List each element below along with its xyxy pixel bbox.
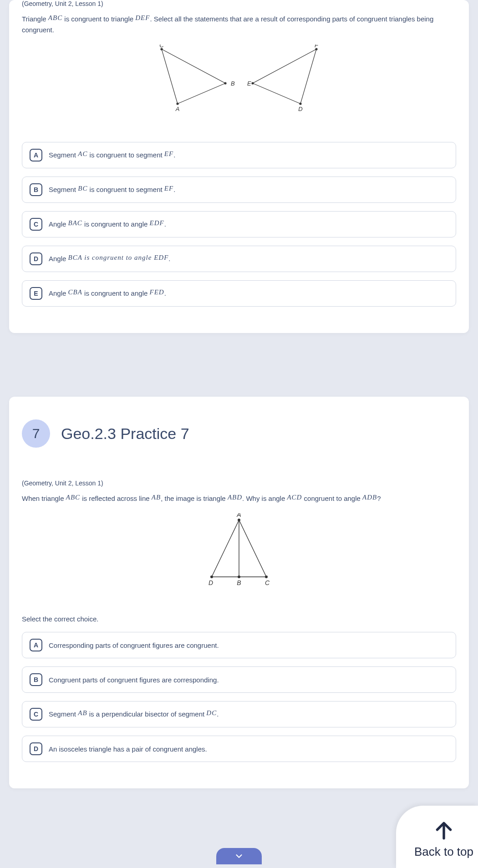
text: is congruent to angle: [82, 254, 154, 261]
choice-text: Angle BCA is congruent to angle EDF.: [49, 255, 171, 263]
chevron-down-icon: [234, 851, 244, 852]
text: When triangle: [22, 495, 66, 502]
choice-letter: C: [30, 218, 42, 231]
arrow-up-icon: [432, 819, 455, 842]
text: .: [173, 151, 175, 159]
label-C: C: [265, 579, 270, 586]
math-var: AB: [152, 494, 161, 501]
text: Triangle: [22, 15, 48, 23]
text: is congruent to triangle: [62, 15, 135, 23]
text: is congruent to angle: [82, 220, 150, 228]
text: is congruent to angle: [82, 289, 150, 297]
text: .: [168, 255, 170, 262]
label-D: D: [208, 579, 213, 586]
choice-text: Angle CBA is congruent to angle FED.: [49, 289, 166, 298]
label-D: D: [298, 106, 302, 112]
choice-text: Segment BC is congruent to segment EF.: [49, 186, 175, 194]
choice-text: Corresponding parts of congruent figures…: [49, 641, 219, 649]
svg-point-12: [210, 575, 213, 578]
text: Angle: [49, 220, 68, 228]
text: is a perpendicular bisector of segment: [87, 710, 207, 718]
label-B: B: [231, 80, 235, 87]
choice-letter: E: [30, 287, 42, 300]
question-6-prompt: Triangle ABC is congruent to triangle DE…: [22, 14, 456, 35]
math-var: DEF: [135, 14, 150, 21]
math-var: EF: [164, 150, 173, 157]
math-var: ABD: [228, 494, 242, 501]
svg-marker-0: [162, 49, 225, 104]
text: , the image is triangle: [161, 495, 228, 502]
math-var: ADB: [362, 494, 377, 501]
text: Segment: [49, 186, 78, 193]
choice-letter: B: [30, 183, 42, 196]
text: is congruent to segment: [87, 151, 164, 159]
math-var: DC: [206, 709, 217, 717]
choice-text: An isosceles triangle has a pair of cong…: [49, 745, 207, 753]
math-var: BCA: [68, 254, 82, 261]
choice-letter: A: [30, 149, 42, 161]
choice-B[interactable]: B Congruent parts of congruent figures a…: [22, 666, 456, 693]
triangle-diagram-q7: A D B C: [22, 513, 456, 592]
lesson-ref: (Geometry, Unit 2, Lesson 1): [22, 479, 456, 487]
label-B: B: [237, 579, 241, 586]
svg-point-10: [238, 519, 240, 521]
text: .: [173, 186, 175, 193]
choice-text: Angle BAC is congruent to angle EDF.: [49, 220, 166, 228]
choice-A[interactable]: A Segment AC is congruent to segment EF.: [22, 142, 456, 168]
text: . Why is angle: [242, 495, 287, 502]
math-var: EF: [164, 185, 173, 192]
math-var: AB: [78, 709, 87, 717]
label-A: A: [236, 513, 241, 518]
math-var: BC: [78, 185, 87, 192]
text: Segment: [49, 151, 78, 159]
choice-A[interactable]: A Corresponding parts of congruent figur…: [22, 632, 456, 658]
choice-D[interactable]: D Angle BCA is congruent to angle EDF.: [22, 246, 456, 272]
choice-letter: D: [30, 252, 42, 265]
text: is congruent to segment: [87, 186, 164, 193]
label-C: C: [159, 45, 164, 49]
question-7-card: 7 Geo.2.3 Practice 7 (Geometry, Unit 2, …: [9, 397, 469, 788]
math-var: ABC: [48, 14, 62, 21]
text: Angle: [49, 289, 68, 297]
svg-point-11: [265, 575, 268, 578]
choice-B[interactable]: B Segment BC is congruent to segment EF.: [22, 177, 456, 203]
svg-point-13: [238, 575, 240, 578]
math-var: AC: [78, 150, 87, 157]
choice-C[interactable]: C Angle BAC is congruent to angle EDF.: [22, 211, 456, 237]
label-F: F: [315, 45, 319, 49]
label-A: A: [175, 106, 180, 112]
choice-E[interactable]: E Angle CBA is congruent to angle FED.: [22, 280, 456, 307]
text: .: [164, 289, 166, 297]
question-title: Geo.2.3 Practice 7: [61, 425, 189, 443]
label-E: E: [247, 80, 251, 87]
text: ?: [377, 495, 381, 502]
math-var: ACD: [287, 494, 302, 501]
choice-letter: D: [30, 742, 42, 755]
question-number: 7: [22, 419, 50, 448]
svg-point-7: [300, 103, 301, 105]
choice-letter: A: [30, 639, 42, 651]
math-var: FED: [150, 288, 164, 296]
bottom-toggle[interactable]: [216, 848, 262, 852]
svg-point-3: [177, 103, 178, 105]
choice-D[interactable]: D An isosceles triangle has a pair of co…: [22, 736, 456, 762]
math-var: CBA: [68, 288, 82, 296]
choice-text: Congruent parts of congruent figures are…: [49, 676, 219, 684]
text: Segment: [49, 710, 78, 718]
back-to-top-button[interactable]: Back to top: [396, 806, 478, 852]
lesson-ref: (Geometry, Unit 2, Lesson 1): [22, 0, 456, 7]
choice-C[interactable]: C Segment AB is a perpendicular bisector…: [22, 701, 456, 727]
svg-marker-4: [253, 49, 316, 104]
instructions: Select the correct choice.: [22, 615, 456, 623]
math-var: EDF: [154, 254, 168, 261]
svg-point-2: [224, 82, 226, 84]
text: is reflected across line: [80, 495, 152, 502]
choice-text: Segment AC is congruent to segment EF.: [49, 151, 175, 159]
math-var: EDF: [150, 219, 164, 227]
question-header: 7 Geo.2.3 Practice 7: [22, 401, 456, 466]
text: congruent to angle: [302, 495, 362, 502]
triangles-diagram: C B A F E D: [22, 45, 456, 119]
choice-letter: B: [30, 673, 42, 686]
text: .: [164, 220, 166, 228]
math-var: ABC: [66, 494, 80, 501]
